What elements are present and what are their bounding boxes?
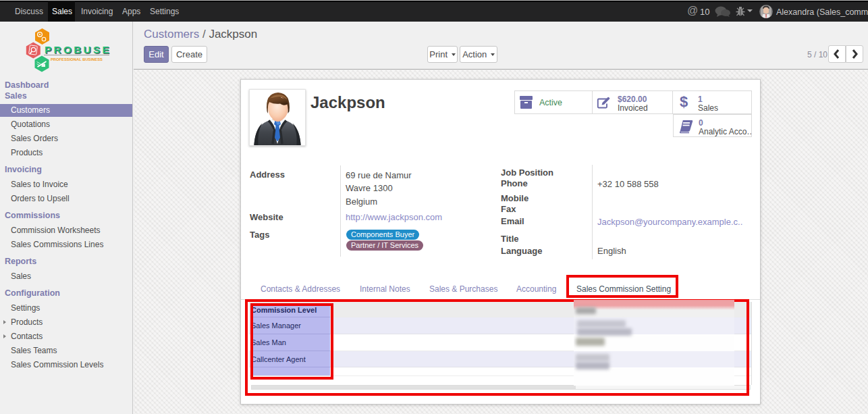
svg-text:PROBUSE: PROBUSE [45,44,111,55]
svg-text:PROFESSIONAL BUSINESS: PROFESSIONAL BUSINESS [51,57,103,61]
